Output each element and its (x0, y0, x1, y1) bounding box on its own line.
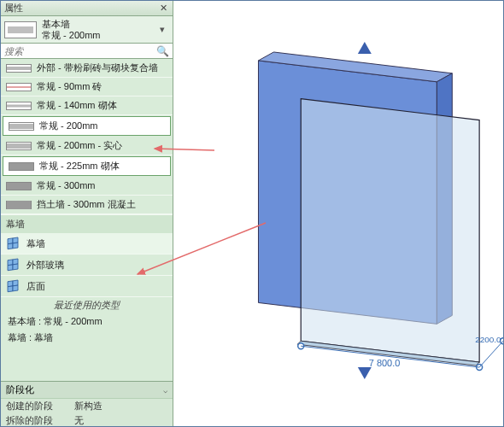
dimension-value[interactable]: 2200.0 (475, 335, 501, 344)
curtain-wall-icon (6, 236, 21, 251)
wall-swatch-icon (9, 162, 34, 171)
search-icon[interactable]: 🔍 (156, 45, 169, 57)
wall-type-item[interactable]: 常规 - 300mm (1, 177, 173, 196)
category-curtain-wall: 幕墙 (1, 214, 173, 233)
properties-panel: 属性 ✕ 基本墙 常规 - 200mm ▾ 🔍 外部 - 带粉刷砖与砌块复合墙常… (1, 1, 173, 427)
phase-title-text: 阶段化 (6, 383, 34, 396)
recent-header: 最近使用的类型 (1, 297, 173, 313)
wall-swatch-icon (6, 64, 32, 73)
dimension-value[interactable]: 7 800.0 (369, 358, 401, 368)
phase-section: 阶段化 ⌵ 创建的阶段新构造拆除的阶段无 (1, 381, 173, 427)
chevron-down-icon[interactable]: ▾ (155, 18, 169, 42)
wall-type-label: 外部 - 带粉刷砖与砌块复合墙 (37, 61, 167, 74)
curtain-type-label: 外部玻璃 (26, 259, 167, 272)
wall-swatch-icon (9, 122, 34, 131)
current-type-family: 基本墙 (42, 19, 150, 30)
drag-handle-bottom[interactable] (358, 367, 372, 379)
search-input[interactable] (4, 46, 156, 56)
type-list: 外部 - 带粉刷砖与砌块复合墙常规 - 90mm 砖常规 - 140mm 砌体常… (1, 59, 173, 381)
svg-rect-7 (13, 264, 18, 270)
svg-rect-6 (8, 265, 13, 271)
wall-curtain[interactable] (297, 99, 479, 366)
wall-type-item[interactable]: 外部 - 带粉刷砖与砌块复合墙 (1, 59, 173, 78)
curtain-wall-icon (6, 278, 21, 294)
panel-title: 属性 (4, 2, 157, 15)
phase-value[interactable]: 无 (74, 414, 84, 427)
wall-swatch-icon (6, 142, 32, 150)
model-viewport[interactable]: 7 800.0 2200.0 (173, 1, 503, 426)
curtain-type-item[interactable]: 幕墙 (1, 233, 173, 254)
search-row: 🔍 (1, 44, 173, 59)
wall-swatch-icon (6, 201, 32, 209)
panel-header: 属性 ✕ (1, 1, 173, 16)
recent-type-item[interactable]: 幕墙 : 幕墙 (1, 330, 173, 346)
curtain-type-label: 店面 (26, 280, 167, 293)
phase-title[interactable]: 阶段化 ⌵ (1, 382, 173, 399)
wall-type-swatch (4, 21, 37, 38)
wall-type-label: 常规 - 300mm (37, 179, 167, 192)
curtain-type-item[interactable]: 店面 (1, 276, 173, 297)
wall-swatch-icon (6, 182, 32, 190)
wall-type-item[interactable]: 挡土墙 - 300mm 混凝土 (1, 196, 173, 214)
wall-type-item[interactable]: 常规 - 140mm 砌体 (1, 97, 173, 115)
curtain-type-item[interactable]: 外部玻璃 (1, 254, 173, 276)
phase-key: 拆除的阶段 (6, 414, 74, 427)
wall-type-item[interactable]: 常规 - 90mm 砖 (1, 78, 173, 97)
curtain-wall-icon (6, 257, 21, 272)
wall-swatch-icon (6, 83, 32, 91)
wall-type-item[interactable]: 常规 - 200mm (3, 116, 171, 136)
current-type-name: 常规 - 200mm (42, 30, 150, 41)
current-type-selector[interactable]: 基本墙 常规 - 200mm ▾ (1, 16, 173, 44)
wall-type-label: 常规 - 140mm 砌体 (37, 99, 167, 112)
close-icon[interactable]: ✕ (157, 3, 169, 15)
svg-rect-3 (13, 243, 18, 249)
svg-rect-10 (8, 286, 13, 292)
drag-handle-top[interactable] (358, 42, 372, 54)
phase-property-row[interactable]: 拆除的阶段无 (1, 413, 173, 427)
expand-icon[interactable]: ⌵ (163, 386, 167, 395)
wall-swatch-icon (6, 102, 32, 110)
curtain-type-label: 幕墙 (26, 237, 167, 250)
phase-key: 创建的阶段 (6, 400, 74, 412)
wall-type-item[interactable]: 常规 - 200mm - 实心 (1, 137, 173, 155)
recent-type-item[interactable]: 基本墙 : 常规 - 200mm (1, 313, 173, 330)
wall-type-label: 常规 - 200mm - 实心 (37, 139, 167, 152)
wall-type-label: 常规 - 90mm 砖 (37, 80, 167, 93)
phase-value[interactable]: 新构造 (74, 400, 103, 412)
wall-type-label: 常规 - 225mm 砌体 (39, 160, 165, 173)
svg-rect-2 (8, 243, 13, 249)
wall-type-label: 挡土墙 - 300mm 混凝土 (37, 198, 167, 211)
svg-line-18 (479, 341, 503, 367)
svg-marker-15 (301, 99, 479, 362)
wall-type-label: 常规 - 200mm (39, 120, 165, 132)
phase-property-row[interactable]: 创建的阶段新构造 (1, 399, 173, 413)
svg-rect-11 (13, 285, 18, 291)
wall-type-item[interactable]: 常规 - 225mm 砌体 (3, 156, 171, 176)
current-type-text: 基本墙 常规 - 200mm (42, 19, 150, 40)
